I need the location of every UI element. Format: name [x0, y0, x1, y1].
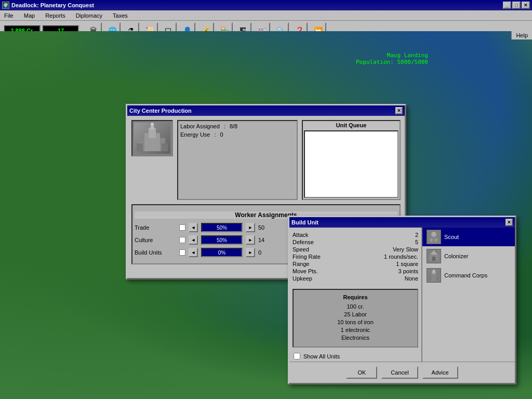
build-units-percent: 0%	[218, 250, 225, 256]
show-all-label: Show All Units	[303, 353, 340, 360]
build-ok-button[interactable]: OK	[346, 366, 377, 379]
req-item-0: 100 cr.	[298, 303, 413, 310]
building-preview	[131, 120, 173, 156]
unit-list: Scout Colonizer	[421, 228, 515, 362]
culture-decrease-btn[interactable]: ◄	[189, 235, 198, 245]
svg-rect-3	[151, 125, 154, 129]
menu-bar: File Map Reports Diplomacy Taxes	[0, 10, 532, 21]
culture-value: 14	[258, 237, 271, 243]
trade-decrease-btn[interactable]: ◄	[189, 223, 198, 232]
culture-percent: 50%	[217, 237, 227, 243]
unit-item-scout[interactable]: Scout	[422, 228, 515, 247]
build-dialog-buttons: OK Cancel Advice	[289, 362, 515, 383]
svg-rect-13	[432, 257, 435, 261]
production-dialog-close[interactable]: ✕	[395, 107, 403, 114]
speed-value: Very Slow	[393, 246, 418, 252]
firing-rate-value: 1 rounds/sec.	[384, 254, 418, 260]
build-units-label: Build Units	[135, 249, 176, 256]
close-button[interactable]: ✕	[522, 2, 530, 9]
firing-rate-label: Firing Rate	[292, 254, 321, 260]
svg-point-7	[431, 232, 436, 237]
unit-queue-area	[304, 130, 398, 198]
trade-slider[interactable]: 50%	[201, 223, 243, 232]
svg-rect-6	[162, 143, 168, 151]
trade-value: 50	[258, 224, 271, 231]
unit-queue-label: Unit Queue	[304, 122, 398, 128]
production-dialog-titlebar: City Center Production ✕	[127, 105, 405, 116]
build-left-panel: Attack 2 Defense 5 Speed Very Slow Firin…	[289, 228, 421, 362]
build-units-decrease-btn[interactable]: ◄	[189, 248, 198, 257]
build-units-checkbox[interactable]	[179, 249, 185, 256]
labor-assigned-value: 8/8	[230, 123, 237, 129]
show-all-row: Show All Units	[289, 351, 421, 362]
menu-file[interactable]: File	[2, 11, 16, 20]
build-dialog: Build Unit ✕ Attack 2 Defense 5 Speed	[288, 216, 516, 384]
labor-info: Labor Assigned : 8/8 Energy Use : 0	[177, 120, 298, 200]
speed-row: Speed Very Slow	[292, 246, 418, 252]
window-controls: _ □ ✕	[503, 2, 530, 9]
labor-assigned-label: Labor Assigned	[180, 123, 220, 129]
colonizer-icon	[427, 249, 441, 263]
svg-rect-15	[431, 275, 437, 281]
title-bar: 🌍 Deadlock: Planetary Conquest _ □ ✕	[0, 0, 532, 10]
svg-rect-10	[435, 238, 437, 242]
command-corps-icon	[427, 268, 441, 283]
energy-use-value: 0	[220, 131, 223, 138]
game-area: Maug Landing Population: 5000/5000 Help …	[0, 31, 532, 399]
attack-row: Attack 2	[292, 232, 418, 238]
minimize-button[interactable]: _	[503, 2, 511, 9]
svg-rect-17	[430, 276, 431, 280]
build-dialog-title: Build Unit	[291, 219, 318, 225]
culture-slider[interactable]: 50%	[201, 235, 243, 245]
city-name: Maug Landing	[356, 52, 428, 59]
build-dialog-body: Attack 2 Defense 5 Speed Very Slow Firin…	[289, 228, 515, 362]
speed-label: Speed	[292, 246, 309, 252]
build-advice-button[interactable]: Advice	[422, 366, 458, 379]
upkeep-row: Upkeep None	[292, 275, 418, 282]
unit-item-colonizer[interactable]: Colonizer	[422, 247, 515, 266]
window-title: Deadlock: Planetary Conquest	[11, 2, 94, 8]
unit-item-command-corps[interactable]: Command Corps	[422, 266, 515, 285]
range-label: Range	[292, 261, 309, 267]
culture-checkbox[interactable]	[179, 237, 185, 243]
maximize-button[interactable]: □	[512, 2, 521, 9]
build-dialog-close[interactable]: ✕	[506, 219, 513, 226]
city-population: Population: 5000/5000	[356, 59, 428, 65]
menu-reports[interactable]: Reports	[43, 11, 68, 20]
colonizer-label: Colonizer	[444, 253, 468, 259]
build-dialog-titlebar: Build Unit ✕	[289, 217, 515, 228]
culture-increase-btn[interactable]: ►	[246, 235, 255, 245]
attack-value: 2	[415, 232, 418, 238]
trade-increase-btn[interactable]: ►	[246, 223, 255, 232]
show-all-checkbox[interactable]	[294, 353, 300, 360]
req-item-2: 10 tons of iron	[298, 319, 413, 325]
move-pts-value: 3 points	[398, 268, 418, 274]
svg-point-4	[151, 123, 154, 126]
app-icon: 🌍	[2, 2, 9, 9]
range-value: 1 square	[396, 261, 418, 267]
move-pts-row: Move Pts. 3 points	[292, 268, 418, 274]
menu-map[interactable]: Map	[22, 11, 37, 20]
build-units-increase-btn[interactable]: ►	[246, 248, 255, 257]
trade-percent: 50%	[217, 225, 227, 231]
build-units-slider[interactable]: 0%	[201, 248, 243, 257]
production-dialog-title: City Center Production	[129, 108, 192, 114]
svg-marker-12	[430, 250, 437, 255]
menu-diplomacy[interactable]: Diplomacy	[74, 11, 104, 20]
building-image	[134, 123, 170, 154]
help-label[interactable]: Help	[511, 31, 532, 39]
build-cancel-button[interactable]: Cancel	[381, 366, 418, 379]
defense-row: Defense 5	[292, 239, 418, 245]
scout-icon	[427, 230, 441, 244]
trade-checkbox[interactable]	[179, 224, 185, 231]
scout-label: Scout	[444, 234, 459, 240]
svg-rect-5	[137, 143, 143, 151]
culture-label: Culture	[135, 237, 176, 243]
upkeep-value: None	[405, 275, 418, 282]
req-item-1: 25 Labor	[298, 311, 413, 317]
build-stats: Attack 2 Defense 5 Speed Very Slow Firin…	[289, 228, 421, 286]
menu-taxes[interactable]: Taxes	[111, 11, 130, 20]
build-units-value: 0	[258, 249, 271, 256]
range-row: Range 1 square	[292, 261, 418, 267]
req-item-4: Electronics	[298, 335, 413, 341]
